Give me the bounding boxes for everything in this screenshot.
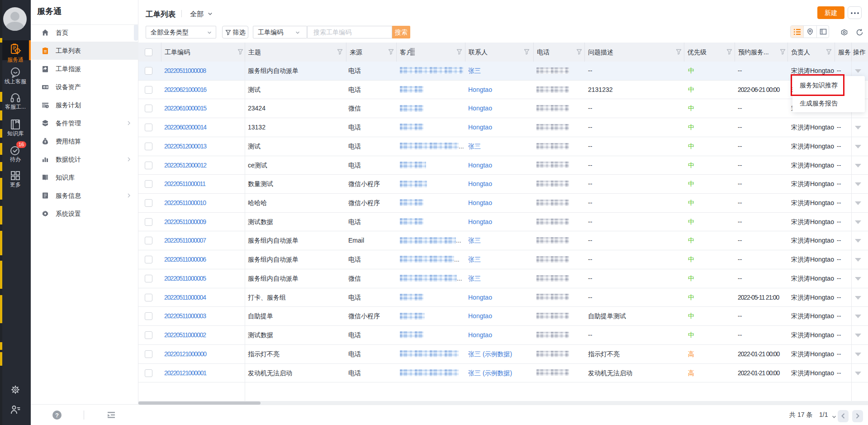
svg-text:?: ? [55,412,59,419]
